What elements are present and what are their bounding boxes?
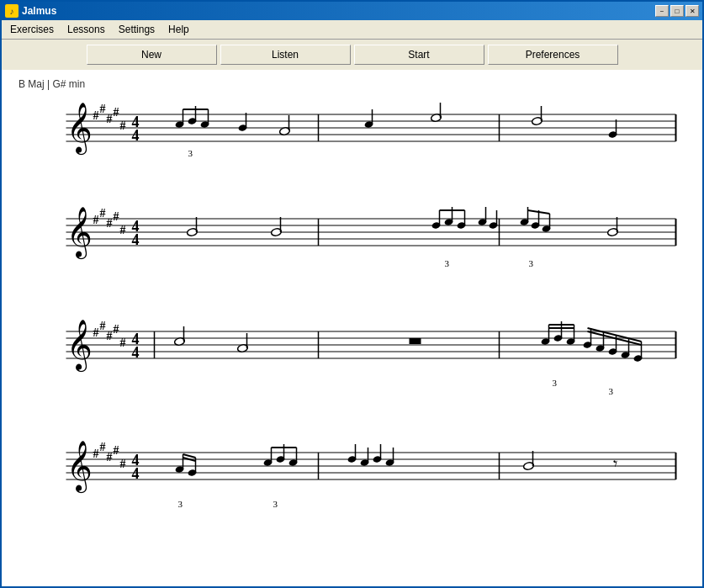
maximize-button[interactable]: □: [670, 5, 684, 17]
svg-text:#: #: [107, 451, 113, 464]
svg-text:4: 4: [132, 231, 140, 248]
svg-text:#: #: [114, 323, 119, 336]
svg-text:#: #: [120, 119, 126, 132]
svg-text:3: 3: [178, 499, 183, 509]
svg-text:#: #: [114, 106, 119, 119]
menu-exercises[interactable]: Exercises: [5, 22, 59, 37]
svg-text:3: 3: [529, 258, 534, 268]
svg-text:4: 4: [132, 127, 140, 144]
svg-text:#: #: [93, 326, 99, 339]
svg-text:3: 3: [609, 386, 614, 395]
staff-row-1: 𝄞 # # # # # 4 4: [19, 93, 685, 164]
staff-svg-1: 𝄞 # # # # # 4 4: [19, 93, 685, 161]
svg-text:#: #: [93, 214, 99, 226]
svg-line-119: [588, 328, 642, 342]
content-area: B Maj | G# min 𝄞 # # # # # 4 4: [2, 70, 702, 586]
preferences-button[interactable]: Preferences: [488, 45, 618, 65]
svg-text:#: #: [100, 320, 106, 332]
svg-text:#: #: [107, 113, 113, 125]
svg-text:𝄞: 𝄞: [66, 320, 93, 373]
window-controls: − □ ✕: [655, 5, 699, 17]
svg-text:#: #: [120, 458, 126, 470]
svg-text:#: #: [100, 103, 106, 115]
svg-text:#: #: [107, 330, 113, 342]
svg-text:𝄞: 𝄞: [66, 103, 93, 156]
svg-rect-99: [410, 338, 421, 344]
svg-text:#: #: [93, 448, 99, 460]
staff-svg-2: 𝄞 # # # # # 4 4: [19, 198, 685, 273]
title-bar-left: ♪ Jalmus: [5, 4, 56, 18]
minimize-button[interactable]: −: [655, 5, 669, 17]
staff-svg-4: 𝄞 # # # # # 4 4 3: [19, 432, 685, 516]
svg-text:3: 3: [553, 378, 558, 388]
start-button[interactable]: Start: [354, 45, 484, 65]
listen-button[interactable]: Listen: [220, 45, 351, 65]
svg-text:#: #: [100, 207, 106, 220]
staff-row-2: 𝄞 # # # # # 4 4: [19, 198, 685, 277]
svg-text:#: #: [120, 224, 126, 236]
menu-bar: Exercises Lessons Settings Help: [2, 20, 702, 40]
window-title: Jalmus: [22, 5, 56, 17]
svg-text:𝄞: 𝄞: [66, 207, 93, 260]
close-button[interactable]: ✕: [685, 5, 699, 17]
main-window: ♪ Jalmus − □ ✕ Exercises Lessons Setting…: [0, 0, 704, 588]
title-bar: ♪ Jalmus − □ ✕: [2, 2, 702, 20]
svg-line-142: [183, 454, 196, 458]
svg-text:#: #: [107, 217, 113, 230]
svg-text:4: 4: [132, 465, 140, 482]
menu-settings[interactable]: Settings: [114, 22, 160, 37]
staff-svg-3: 𝄞 # # # # # 4 4: [19, 310, 685, 395]
app-icon: ♪: [5, 4, 19, 18]
staff-row-4: 𝄞 # # # # # 4 4 3: [19, 432, 685, 519]
svg-text:𝄞: 𝄞: [66, 441, 93, 494]
svg-text:4: 4: [132, 344, 140, 361]
svg-text:#: #: [100, 441, 106, 453]
key-signature-label: B Maj | G# min: [19, 78, 685, 90]
svg-text:#: #: [114, 210, 119, 223]
new-button[interactable]: New: [87, 45, 217, 65]
menu-help[interactable]: Help: [163, 22, 194, 37]
svg-text:#: #: [93, 109, 99, 122]
svg-text:3: 3: [273, 499, 278, 509]
svg-text:#: #: [114, 444, 119, 457]
svg-text:3: 3: [445, 258, 450, 268]
svg-text:3: 3: [188, 148, 193, 158]
menu-lessons[interactable]: Lessons: [62, 22, 110, 37]
svg-text:#: #: [120, 336, 126, 349]
staff-row-3: 𝄞 # # # # # 4 4: [19, 310, 685, 398]
toolbar: New Listen Start Preferences: [2, 40, 702, 70]
